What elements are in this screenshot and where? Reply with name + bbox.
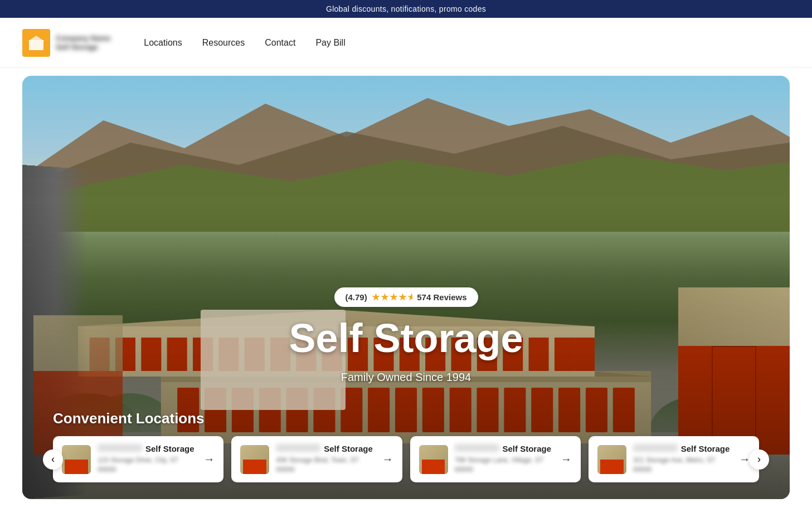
top-banner: Global discounts, notifications, promo c… xyxy=(0,0,812,18)
location-card-1[interactable]: Self Storage 123 Storage Drive, City, ST… xyxy=(53,436,223,482)
star-half: ★ xyxy=(407,292,413,302)
card-4-image xyxy=(597,445,626,474)
carousel-prev-btn[interactable]: ‹ xyxy=(43,450,63,470)
card-3-address: 789 Storage Lane, Village, ST 00000 xyxy=(455,456,554,475)
main-nav: Locations Resources Contact Pay Bill xyxy=(144,38,345,48)
card-2-name: Self Storage xyxy=(276,444,375,453)
hero-subtitle-text: Family Owned Since 1994 xyxy=(341,371,471,383)
convenient-locations: Convenient Locations ‹ Sel xyxy=(22,399,790,499)
hero-title-text: Self Storage xyxy=(289,316,523,360)
svg-marker-1 xyxy=(28,36,45,41)
main-wrapper: (4.79) ★ ★ ★ ★ ★ 574 Reviews Self Storag… xyxy=(0,68,812,507)
logo-tagline: Self Storage xyxy=(56,43,110,52)
card-1-content: Self Storage 123 Storage Drive, City, ST… xyxy=(98,444,197,475)
card-3-arrow: → xyxy=(561,453,572,466)
star-4: ★ xyxy=(398,292,406,302)
location-card-3[interactable]: Self Storage 789 Storage Lane, Village, … xyxy=(410,436,581,482)
location-card-4[interactable]: Self Storage 321 Storage Ave, Metro, ST … xyxy=(589,436,759,482)
cards-container: ‹ Self Storage 123 Storage xyxy=(53,436,759,482)
card-3-image xyxy=(419,445,448,474)
carousel-next-btn[interactable]: › xyxy=(749,450,769,470)
header: Company Name Self Storage Locations Reso… xyxy=(0,18,812,68)
logo-text-block: Company Name Self Storage xyxy=(56,34,110,51)
card-4-arrow: → xyxy=(739,453,750,466)
card-3-content: Self Storage 789 Storage Lane, Village, … xyxy=(455,444,554,475)
review-count: 574 Reviews xyxy=(417,292,466,302)
nav-resources[interactable]: Resources xyxy=(202,38,245,48)
nav-locations[interactable]: Locations xyxy=(144,38,182,48)
star-3: ★ xyxy=(390,292,397,302)
card-1-address: 123 Storage Drive, City, ST 00000 xyxy=(98,456,197,475)
card-4-name: Self Storage xyxy=(633,444,732,453)
section-title: Convenient Locations xyxy=(53,410,759,427)
card-1-name: Self Storage xyxy=(98,444,197,453)
card-1-arrow: → xyxy=(203,453,215,466)
card-3-name: Self Storage xyxy=(455,444,554,453)
location-cards-list: Self Storage 123 Storage Drive, City, ST… xyxy=(53,436,759,482)
card-2-arrow: → xyxy=(382,453,393,466)
rating-badge[interactable]: (4.79) ★ ★ ★ ★ ★ 574 Reviews xyxy=(334,287,478,307)
nav-contact[interactable]: Contact xyxy=(265,38,295,48)
card-2-image xyxy=(240,445,269,474)
card-1-image xyxy=(62,445,91,474)
star-2: ★ xyxy=(381,292,388,302)
card-4-content: Self Storage 321 Storage Ave, Metro, ST … xyxy=(633,444,732,475)
prev-icon: ‹ xyxy=(51,453,55,465)
next-icon: › xyxy=(757,453,761,465)
card-2-content: Self Storage 456 Storage Blvd, Town, ST … xyxy=(276,444,375,475)
hero-section: (4.79) ★ ★ ★ ★ ★ 574 Reviews Self Storag… xyxy=(22,76,790,499)
card-2-address: 456 Storage Blvd, Town, ST 00000 xyxy=(276,456,375,475)
hero-subtitle: Family Owned Since 1994 xyxy=(341,371,471,384)
location-card-2[interactable]: Self Storage 456 Storage Blvd, Town, ST … xyxy=(231,436,402,482)
logo-area: Company Name Self Storage xyxy=(22,29,110,57)
nav-pay-bill[interactable]: Pay Bill xyxy=(315,38,345,48)
star-1: ★ xyxy=(372,292,380,302)
star-rating: ★ ★ ★ ★ ★ xyxy=(372,292,413,302)
logo-company-name: Company Name xyxy=(56,34,110,43)
svg-rect-0 xyxy=(29,40,43,50)
rating-score: (4.79) xyxy=(345,292,367,302)
card-4-address: 321 Storage Ave, Metro, ST 00000 xyxy=(633,456,732,475)
banner-text: Global discounts, notifications, promo c… xyxy=(326,4,486,13)
logo-icon xyxy=(22,29,50,57)
hero-title: Self Storage xyxy=(289,315,523,361)
